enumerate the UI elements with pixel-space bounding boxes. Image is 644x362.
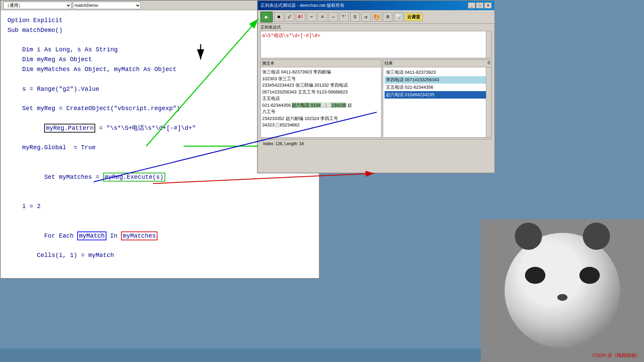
palette-icon[interactable]: 🎨 [372,12,382,22]
regex-input-area[interactable]: a\S*电话\s*\d+[-#]\d+ [260,31,492,58]
regex-titlebar: 正则表达式测试器 - deerchao.net 版权所有 _ □ ✕ [258,1,494,10]
panda-image-area [481,219,644,362]
text-panel-label: 测文本 [260,59,382,67]
result-index: 0 [488,61,490,65]
myreg-pattern-box: myReg.Pattern [44,124,95,133]
regex-pattern-text: a\S*电话\s*\d+[-#]\d+ [262,33,320,38]
code-line-17 [7,211,312,221]
mymatch-box: myMatch [77,231,106,240]
regex-body: 测文本 张三电话 0411-82373923 李四邮编 102303 张三工号 … [260,59,492,138]
pattern-scrollbar[interactable] [486,31,491,58]
code-line-16: i = 2 [7,202,312,211]
scope-dropdown[interactable]: （通用） [3,2,71,9]
result-panel-label: 结果 0 [383,59,492,67]
code-line-15 [7,192,312,202]
panda-image [505,233,620,348]
sample-text: 张三电话 0411-82373923 李四邮编 102303 张三工号 233#… [262,69,380,128]
result-item-2[interactable]: 李四电话 0571#233256343 [385,76,490,84]
close-button[interactable]: ✕ [484,2,492,8]
myreg-execute-box: myReg.Execute(s) [103,173,165,182]
code-line-20 [7,260,312,268]
list-icon[interactable]: ≡ [318,12,327,22]
code-line-18: For Each myMatch In myMatches [7,221,312,251]
panda-nose [557,294,567,301]
cloud-class-button[interactable]: 云课堂 [405,13,423,21]
regex-section-label: 正则表达式 [258,24,494,31]
panda-eye-left [525,267,545,284]
result-panel: 结果 0 张三电话 0411-82373923 李四电话 0571#233256… [383,59,492,138]
panda-ear-right [583,223,610,250]
csdn-watermark: CSDN @《顾顾杨杨》 [592,352,641,359]
status-text: Index: 126, Length: 18 [263,141,304,146]
stop-icon[interactable]: ■ [274,12,284,22]
dash-icon[interactable]: — [328,12,338,22]
text-panel-content[interactable]: 张三电话 0411-82373923 李四邮编 102303 张三工号 233#… [260,67,382,138]
table-icon[interactable]: 表 [383,12,392,22]
replace-icon[interactable]: ↩ [307,12,316,22]
result-panel-content[interactable]: 张三电话 0411-82373923 李四电话 0571#233256343 王… [383,67,492,138]
maximize-button[interactable]: □ [476,2,484,8]
refresh-icon[interactable]: ↺ [361,12,371,22]
panda-ear-left [515,223,542,250]
result-scrollbar[interactable] [486,67,491,137]
search-icon[interactable]: S [350,12,360,22]
regex-tester-window: 正则表达式测试器 - deerchao.net 版权所有 _ □ ✕ ■ 🖊 A… [257,0,495,173]
text-panel: 测文本 张三电话 0411-82373923 李四邮编 102303 张三工号 … [260,59,382,138]
run-button[interactable] [260,12,273,22]
regex-window-title: 正则表达式测试器 - deerchao.net 版权所有 [260,2,344,8]
result-item-4[interactable]: 赵六电话 010#84234235 [385,91,490,99]
result-item-1[interactable]: 张三电话 0411-82373923 [385,69,490,76]
mymatches-box: myMatches [121,231,157,240]
edit-icon[interactable]: 🖊 [285,12,294,22]
status-bar: Index: 126, Length: 18 [260,139,492,148]
chart-icon[interactable]: 📊 [394,12,403,22]
regex-toolbar: ■ 🖊 A! ↩ ≡ — ?' S ↺ 🎨 表 📊 云课堂 [258,10,494,24]
result-item-3[interactable]: 王五电话 021-62344356 [385,84,490,91]
minimize-button[interactable]: _ [468,2,475,8]
panda-eye-right [579,267,600,284]
font-icon[interactable]: A! [296,12,305,22]
titlebar-buttons: _ □ ✕ [468,2,492,8]
help-icon[interactable]: ?' [339,12,349,22]
proc-dropdown[interactable]: matchDemo [73,2,141,9]
code-line-19: Cells(i, 1) = myMatch [7,251,312,260]
